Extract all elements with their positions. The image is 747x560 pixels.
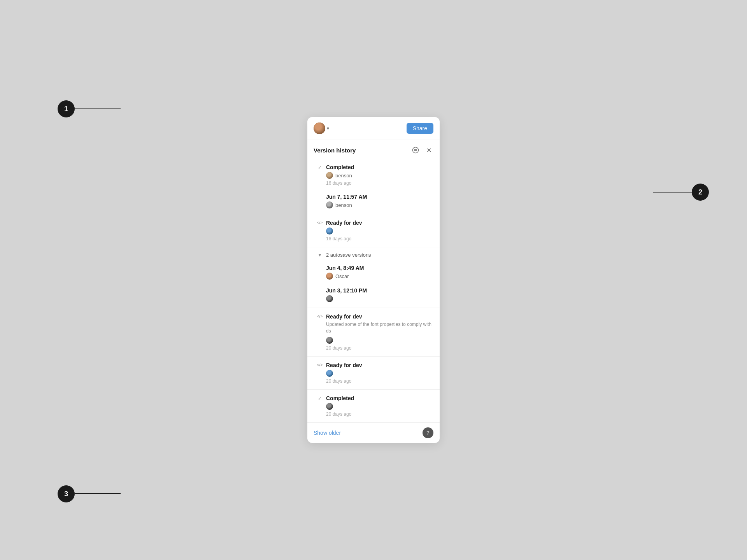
top-bar: ▾ Share — [307, 117, 440, 140]
version-time: 16 days ago — [326, 236, 433, 242]
version-content: Jun 7, 11:57 AM benson — [326, 194, 433, 208]
version-title: Jun 7, 11:57 AM — [326, 194, 433, 200]
version-avatar — [326, 273, 333, 280]
version-meta: benson — [326, 201, 433, 208]
version-meta — [326, 403, 433, 410]
help-button[interactable]: ? — [423, 427, 433, 438]
autosave-label: 2 autosave versions — [326, 252, 371, 258]
version-list: ✓ Completed benson 16 days ago Jun 7, 11… — [307, 159, 440, 422]
annotation-line-1 — [75, 108, 121, 109]
version-avatar — [326, 295, 333, 302]
user-avatar — [314, 122, 325, 134]
version-username: benson — [335, 173, 352, 178]
version-title: Ready for dev — [326, 362, 433, 368]
autosave-row[interactable]: ▾ 2 autosave versions — [307, 249, 440, 261]
close-button[interactable]: ✕ — [424, 145, 433, 155]
version-content: Jun 4, 8:49 AM Oscar — [326, 265, 433, 280]
version-time: 16 days ago — [326, 180, 433, 186]
version-meta: benson — [326, 172, 433, 179]
panel-footer: Show older ? — [307, 422, 440, 443]
code-icon: </> — [314, 220, 326, 225]
version-avatar — [326, 172, 333, 179]
version-item-jun4[interactable]: Jun 4, 8:49 AM Oscar — [307, 261, 440, 284]
version-title: Ready for dev — [326, 313, 433, 320]
panel-title: Version history — [314, 147, 356, 154]
version-item-completed-1[interactable]: ✓ Completed benson 16 days ago — [307, 160, 440, 190]
page-wrapper: 1 2 3 ▾ Share Version history — [0, 0, 747, 560]
version-avatar — [326, 337, 333, 344]
check-icon: ✓ — [314, 396, 326, 401]
annotation-2: 2 — [692, 184, 709, 201]
version-meta: Oscar — [326, 273, 433, 280]
code-icon: </> — [314, 363, 326, 367]
check-icon: ✓ — [314, 165, 326, 170]
version-avatar — [326, 370, 333, 377]
version-avatar — [326, 201, 333, 208]
version-item-ready-dev-2[interactable]: </> Ready for dev Updated some of the fo… — [307, 310, 440, 355]
user-avatar-group[interactable]: ▾ — [314, 122, 329, 134]
divider — [307, 356, 440, 357]
version-item-jun3[interactable]: Jun 3, 12:10 PM — [307, 284, 440, 306]
version-avatar — [326, 403, 333, 410]
divider — [307, 214, 440, 214]
version-title: Completed — [326, 395, 433, 401]
annotation-line-2 — [653, 192, 692, 192]
version-meta — [326, 295, 433, 302]
version-content: Ready for dev Updated some of the font p… — [326, 313, 433, 351]
version-history-panel: ▾ Share Version history ✕ — [307, 117, 440, 443]
header-actions: ✕ — [411, 145, 433, 155]
version-content: Completed 20 days ago — [326, 395, 433, 417]
version-username: benson — [335, 202, 352, 208]
filter-button[interactable] — [411, 145, 420, 155]
annotation-line-3 — [75, 493, 121, 494]
version-meta — [326, 370, 433, 377]
version-time: 20 days ago — [326, 378, 433, 384]
share-button[interactable]: Share — [407, 123, 433, 134]
show-older-button[interactable]: Show older — [314, 430, 341, 436]
divider — [307, 389, 440, 390]
version-time: 20 days ago — [326, 411, 433, 417]
version-time: 20 days ago — [326, 345, 433, 351]
divider — [307, 247, 440, 247]
version-item-ready-dev-1[interactable]: </> Ready for dev 16 days ago — [307, 216, 440, 245]
version-title: Jun 4, 8:49 AM — [326, 265, 433, 271]
version-avatar — [326, 228, 333, 234]
version-title: Ready for dev — [326, 220, 433, 226]
version-username: Oscar — [335, 273, 349, 279]
version-item-jun7[interactable]: Jun 7, 11:57 AM benson — [307, 190, 440, 212]
version-meta — [326, 337, 433, 344]
divider — [307, 308, 440, 308]
version-item-completed-2[interactable]: ✓ Completed 20 days ago — [307, 391, 440, 421]
version-content: Jun 3, 12:10 PM — [326, 287, 433, 302]
annotation-1: 1 — [58, 100, 75, 117]
code-icon: </> — [314, 314, 326, 318]
annotation-3: 3 — [58, 485, 75, 502]
version-description: Updated some of the font properties to c… — [326, 321, 433, 334]
version-title: Jun 3, 12:10 PM — [326, 287, 433, 294]
chevron-down-icon: ▾ — [314, 252, 326, 258]
panel-header: Version history ✕ — [307, 140, 440, 159]
version-content: Ready for dev 16 days ago — [326, 220, 433, 242]
version-content: Completed benson 16 days ago — [326, 164, 433, 186]
version-title: Completed — [326, 164, 433, 170]
avatar-image — [314, 122, 325, 134]
version-meta — [326, 228, 433, 234]
version-content: Ready for dev 20 days ago — [326, 362, 433, 384]
avatar-chevron-icon: ▾ — [327, 126, 329, 131]
version-item-ready-dev-3[interactable]: </> Ready for dev 20 days ago — [307, 358, 440, 388]
